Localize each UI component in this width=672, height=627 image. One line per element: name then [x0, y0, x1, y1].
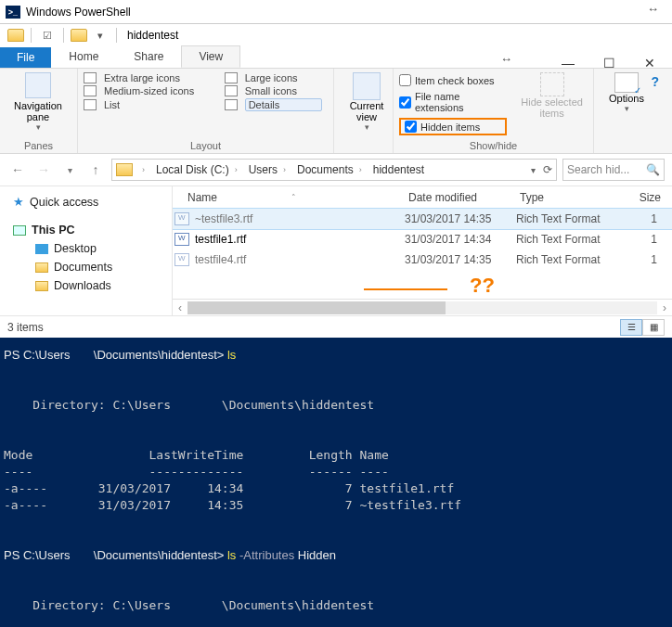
status-text: 3 items	[7, 321, 44, 334]
sidebar-downloads[interactable]: Downloads	[13, 276, 172, 295]
address-dropdown-icon[interactable]: ▾	[531, 165, 536, 175]
qat-dropdown[interactable]: ▾	[91, 26, 110, 45]
sidebar-this-pc[interactable]: This PC	[13, 221, 172, 239]
details-icon	[225, 99, 238, 110]
rtf-file-icon	[174, 212, 189, 225]
chevron-right-icon[interactable]: ›	[283, 165, 286, 174]
file-name: ~testfile3.rtf	[195, 212, 252, 225]
medium-icons-icon	[84, 85, 97, 96]
crumb-users[interactable]: Users	[249, 163, 278, 176]
scroll-left-icon[interactable]: ‹	[173, 301, 187, 314]
current-view-button[interactable]: Current view ▾	[340, 72, 394, 132]
qat-properties-button[interactable]: ☑	[38, 26, 57, 45]
resize-horizontal-icon[interactable]: ↔	[647, 2, 659, 16]
sidebar-documents[interactable]: Documents	[13, 258, 172, 276]
tab-file[interactable]: File	[0, 47, 51, 68]
file-type: Rich Text Format	[516, 212, 620, 225]
hide-selected-label: Hide selected items	[516, 96, 588, 119]
col-name[interactable]: Name	[187, 191, 217, 204]
status-bar: 3 items ☰ ▦	[0, 315, 672, 338]
navigation-sidebar[interactable]: ★Quick access This PC Desktop Documents …	[0, 186, 173, 315]
sidebar-label: This PC	[32, 224, 75, 237]
check-item-boxes[interactable]: Item check boxes	[399, 74, 507, 86]
resize-horizontal-icon[interactable]: ↔	[500, 52, 512, 66]
tab-view[interactable]: View	[181, 45, 240, 68]
file-row[interactable]: testfile4.rtf31/03/2017 14:35Rich Text F…	[173, 250, 672, 270]
large-icons-icon	[225, 72, 238, 83]
folder-icon	[35, 281, 48, 291]
window-title: hiddentest	[127, 29, 178, 42]
file-list[interactable]: Name˄ Date modified Type Size ~testfile3…	[173, 186, 672, 315]
check-item-boxes-label: Item check boxes	[415, 75, 495, 86]
crumb-documents[interactable]: Documents	[297, 163, 354, 176]
check-file-ext[interactable]: File name extensions	[399, 91, 507, 113]
navigation-pane-button[interactable]: Navigation pane ▾	[6, 72, 71, 132]
file-size: 1	[620, 212, 657, 225]
list-icon	[84, 99, 97, 110]
column-headers[interactable]: Name˄ Date modified Type Size	[173, 186, 672, 209]
breadcrumb-bar[interactable]: › Local Disk (C:)› Users› Documents› hid…	[111, 159, 557, 181]
annotation-question: ??	[470, 274, 495, 298]
star-icon: ★	[13, 195, 24, 209]
check-hidden-items-label: Hidden items	[420, 122, 480, 133]
check-file-ext-label: File name extensions	[415, 91, 507, 113]
scroll-right-icon[interactable]: ›	[657, 301, 672, 314]
help-icon[interactable]: ?	[651, 74, 659, 89]
layout-details[interactable]: Details	[245, 98, 322, 111]
up-button[interactable]: ↑	[85, 160, 106, 180]
powershell-console[interactable]: PS C:\Users \Documents\hiddentest> ls Di…	[0, 338, 672, 627]
powershell-title-bar: >_ Windows PowerShell ↔	[0, 0, 672, 24]
options-button[interactable]: Options ▾	[600, 72, 653, 113]
refresh-icon[interactable]: ⟳	[543, 163, 552, 176]
file-row[interactable]: ~testfile3.rtf31/03/2017 14:35Rich Text …	[173, 209, 672, 229]
group-showhide-label: Show/hide	[399, 138, 588, 151]
layout-gallery[interactable]: Extra large icons Large icons Medium-siz…	[84, 72, 328, 111]
chevron-right-icon[interactable]: ›	[359, 165, 362, 174]
layout-medium[interactable]: Medium-sized icons	[104, 85, 219, 96]
sidebar-quick-access[interactable]: ★Quick access	[13, 192, 172, 211]
recent-locations-button[interactable]: ▾	[59, 160, 80, 180]
desktop-icon	[35, 244, 48, 254]
layout-list[interactable]: List	[104, 99, 219, 110]
file-explorer-window: ☑ ▾ hiddentest ↔ — ☐ ✕ File Home Share V…	[0, 24, 672, 338]
layout-small[interactable]: Small icons	[245, 85, 322, 96]
back-button[interactable]: ←	[7, 160, 28, 180]
sidebar-desktop[interactable]: Desktop	[13, 239, 172, 258]
file-type: Rich Text Format	[516, 253, 620, 266]
quick-access-toolbar: ☑ ▾ hiddentest	[0, 24, 672, 46]
layout-large[interactable]: Large icons	[245, 72, 322, 83]
tab-home[interactable]: Home	[51, 45, 116, 68]
folder-icon[interactable]	[7, 29, 24, 42]
tab-share[interactable]: Share	[116, 45, 181, 68]
crumb-hiddentest[interactable]: hiddentest	[373, 163, 424, 176]
chevron-right-icon[interactable]: ›	[142, 165, 145, 174]
col-size[interactable]: Size	[624, 191, 661, 204]
details-view-toggle[interactable]: ☰	[620, 319, 642, 336]
layout-extra-large[interactable]: Extra large icons	[104, 72, 219, 83]
sort-asc-icon: ˄	[291, 193, 296, 202]
drive-icon	[116, 163, 133, 176]
col-type[interactable]: Type	[520, 191, 624, 204]
current-view-icon	[353, 72, 381, 100]
rtf-file-icon	[174, 253, 189, 266]
search-placeholder: Search hid...	[567, 163, 629, 176]
minimize-button[interactable]: —	[548, 50, 588, 76]
file-size: 1	[620, 233, 657, 246]
crumb-drive[interactable]: Local Disk (C:)	[156, 163, 229, 176]
scrollbar-thumb[interactable]	[187, 301, 446, 314]
hide-selected-button: Hide selected items	[516, 72, 588, 135]
chevron-right-icon[interactable]: ›	[235, 165, 238, 174]
folder-icon	[35, 262, 48, 273]
chevron-down-icon: ▾	[365, 122, 369, 132]
rtf-file-icon	[174, 233, 189, 246]
file-row[interactable]: testfile1.rtf31/03/2017 14:34Rich Text F…	[173, 229, 672, 250]
horizontal-scrollbar[interactable]: ‹ ›	[173, 299, 672, 315]
col-date[interactable]: Date modified	[408, 191, 520, 204]
sidebar-label: Desktop	[54, 242, 97, 255]
check-hidden-items[interactable]: Hidden items	[399, 118, 507, 135]
navigation-pane-icon	[25, 72, 51, 98]
powershell-title: Windows PowerShell	[26, 6, 131, 19]
pc-icon	[13, 225, 26, 236]
search-box[interactable]: Search hid... 🔍	[562, 159, 665, 181]
thumbnails-view-toggle[interactable]: ▦	[642, 319, 665, 336]
